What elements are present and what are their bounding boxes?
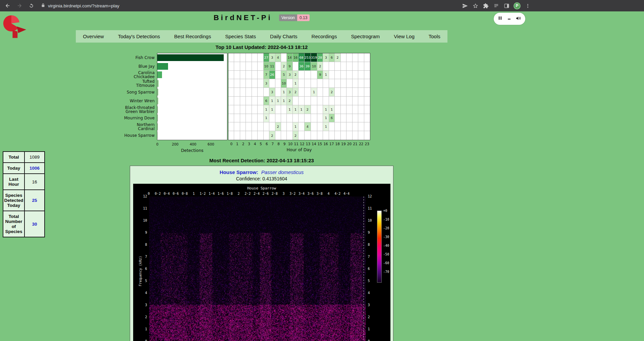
heat-cell (246, 131, 252, 140)
nav-item-spectrogram[interactable]: Spectrogram (344, 30, 387, 43)
hour-axis-tick: 10 (288, 142, 292, 146)
bar-row (157, 114, 227, 123)
heat-cell (305, 71, 311, 79)
spec-time-tick: 1·8 (227, 192, 233, 195)
bar-axis-tick: 400 (190, 142, 196, 146)
bar-row (157, 122, 227, 131)
back-icon[interactable] (4, 2, 11, 9)
nav-item-recordings[interactable]: Recordings (305, 30, 344, 43)
hour-axis-tick: 2 (242, 142, 245, 146)
hour-axis-tick: 1 (236, 142, 238, 146)
heat-cell (358, 88, 364, 97)
volume-icon[interactable] (516, 15, 521, 22)
seek-handle-icon[interactable] (507, 16, 511, 22)
hour-axis-tick: 15 (318, 142, 322, 146)
nav-item-today-s-detections[interactable]: Today's Detections (111, 30, 167, 43)
hour-axis-tick: 4 (254, 142, 256, 146)
bar-song-sparrow (157, 89, 158, 96)
heat-cell (258, 53, 263, 62)
bar-fish-crow (157, 54, 224, 61)
bar-tufted-titmouse (157, 80, 159, 87)
heat-cell (275, 71, 281, 79)
extensions-icon[interactable] (482, 2, 489, 9)
heat-cell (311, 122, 317, 131)
heat-cell (228, 105, 234, 114)
audio-player[interactable] (494, 13, 525, 25)
heat-cell: 1 (323, 114, 329, 123)
nav-item-view-log[interactable]: View Log (387, 30, 421, 43)
heat-cell (246, 79, 252, 88)
heat-cell (240, 122, 246, 131)
spec-freq-tick: 12 (368, 194, 376, 198)
bar-northern-cardinal (157, 123, 158, 130)
heat-cell (323, 131, 329, 140)
heat-cell (258, 114, 263, 123)
heat-cell (317, 114, 323, 123)
heat-cell (329, 71, 335, 79)
reading-list-icon[interactable] (493, 2, 499, 9)
nav-item-tools[interactable]: Tools (422, 30, 447, 43)
heat-cell: 3 (287, 88, 292, 97)
heat-cell (353, 105, 358, 114)
heat-cell (228, 88, 234, 97)
heat-cell (234, 114, 240, 123)
heat-cell: 1 (323, 71, 329, 79)
heat-cell (353, 79, 358, 88)
heat-cell (364, 114, 370, 123)
nav-item-overview[interactable]: Overview (76, 30, 111, 43)
stats-label: Total Number of Species (3, 211, 24, 237)
heat-cell: 3 (264, 79, 269, 88)
url-bar[interactable]: virginia.birdnetpi.com/?stream=play (41, 3, 119, 9)
side-panel-icon[interactable] (503, 2, 510, 9)
spec-time-tick: 3·2 (289, 192, 296, 195)
nav-item-best-recordings[interactable]: Best Recordings (167, 30, 218, 43)
nav-item-daily-charts[interactable]: Daily Charts (263, 30, 305, 43)
bar-row (157, 97, 227, 105)
heat-cell (364, 131, 370, 140)
hour-axis-tick: 12 (300, 142, 304, 146)
heat-cell (311, 131, 317, 140)
spec-time-tick: 0·2 (155, 192, 161, 195)
spec-time-tick: 2·4 (254, 192, 260, 195)
send-icon[interactable] (462, 2, 468, 9)
bar-axis-tick: 600 (208, 142, 214, 146)
birdnetpi-page: BirdNET-Pi Version0.13 OverviewToday's D… (0, 11, 644, 341)
heat-cell: 4 (305, 122, 311, 131)
colorbar-tick: -70 (383, 270, 389, 274)
bar-black-throated-green-warbler (157, 106, 158, 113)
heat-cell (246, 105, 252, 114)
menu-dots-icon[interactable] (524, 2, 531, 9)
spec-freq-tick: 12 (139, 194, 147, 198)
stats-value-today[interactable]: 1006 (24, 163, 45, 174)
stats-value-species-detected-today[interactable]: 25 (24, 190, 45, 211)
url-text: virginia.birdnetpi.com/?stream=play (48, 3, 119, 8)
heat-cell (346, 79, 352, 88)
spec-freq-tick: 9 (139, 231, 147, 235)
heat-cell (275, 88, 281, 97)
heat-cell (246, 122, 252, 131)
heat-cell (264, 88, 269, 97)
heat-cell (252, 62, 258, 71)
heat-cell (281, 131, 287, 140)
spec-time-tick: 2 (237, 192, 239, 195)
heat-cell: 2 (329, 88, 335, 97)
heat-cell (240, 62, 246, 71)
reload-icon[interactable] (28, 2, 35, 9)
heat-cell: 2 (305, 105, 311, 114)
forward-icon[interactable] (16, 2, 23, 9)
heat-cell (329, 97, 335, 105)
stats-value-total-number-of-species[interactable]: 30 (24, 211, 45, 237)
bar-blue-jay (157, 63, 168, 70)
heat-cell (341, 122, 346, 131)
heat-cell (341, 131, 346, 140)
heat-cell (335, 71, 340, 79)
pause-icon[interactable] (498, 15, 502, 22)
spec-freq-tick: 10 (139, 219, 147, 223)
profile-avatar[interactable]: P (514, 2, 521, 9)
heat-cell (358, 53, 364, 62)
detection-common-name[interactable]: House Sparrow: (220, 169, 258, 175)
heat-cell (353, 88, 358, 97)
bookmark-star-icon[interactable] (472, 2, 479, 9)
nav-item-species-stats[interactable]: Species Stats (218, 30, 263, 43)
hour-axis-tick: 20 (347, 142, 352, 146)
